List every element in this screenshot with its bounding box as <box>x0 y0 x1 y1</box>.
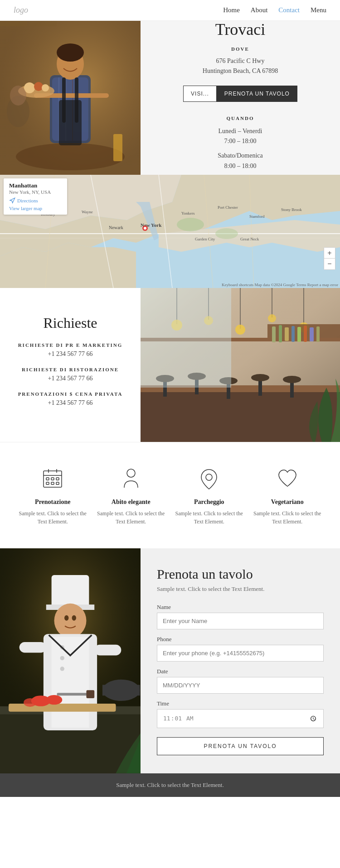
svg-rect-94 <box>51 482 54 484</box>
book-submit-button[interactable]: PRENOTA UN TAVOLO <box>157 737 324 755</box>
booking-title: Prenota un tavolo <box>157 566 324 582</box>
svg-rect-90 <box>46 478 49 480</box>
svg-point-37 <box>215 228 238 239</box>
zoom-out-button[interactable]: − <box>324 259 335 269</box>
svg-rect-84 <box>316 326 320 342</box>
nav-menu[interactable]: Menu <box>311 6 326 14</box>
svg-point-110 <box>60 656 64 660</box>
request-ristorazione: RICHIESTE DI RISTORAZIONE +1 234 567 77 … <box>22 367 119 382</box>
footer-text: Sample text. Click to select the Text El… <box>8 782 332 789</box>
nav-home[interactable]: Home <box>223 6 240 14</box>
map-attribution: Keyboard shortcuts Map data ©2024 Google… <box>222 283 338 287</box>
svg-rect-20 <box>113 134 122 161</box>
svg-text:Wayne: Wayne <box>82 210 93 214</box>
svg-text:Port Chester: Port Chester <box>218 205 238 210</box>
date-label: Date <box>157 668 324 675</box>
svg-text:Stamford: Stamford <box>249 214 265 219</box>
svg-point-117 <box>24 698 36 707</box>
feature-parcheggio-desc: Sample text. Click to select the Text El… <box>173 509 245 526</box>
svg-point-74 <box>283 376 301 383</box>
navbar: logo Home About Contact Menu <box>0 0 340 21</box>
view-larger-link[interactable]: View larger map <box>9 206 62 211</box>
feature-vegetariano-title: Vegetariano <box>271 499 304 506</box>
svg-rect-78 <box>279 325 282 342</box>
weekday-hours: Lunedì – Venerdì 7:00 – 18:00 <box>218 126 263 147</box>
feature-prenotazione-desc: Sample text. Click to select the Text El… <box>16 509 89 526</box>
svg-point-72 <box>251 374 269 381</box>
feature-parcheggio: Parcheggio Sample text. Click to select … <box>173 465 245 526</box>
svg-text:Garden City: Garden City <box>195 237 215 241</box>
time-label: Time <box>157 700 324 707</box>
svg-rect-113 <box>94 645 121 656</box>
booking-section: Prenota un tavolo Sample text. Click to … <box>0 548 340 773</box>
svg-point-96 <box>127 469 135 477</box>
feature-prenotazione: Prenotazione Sample text. Click to selec… <box>16 465 89 526</box>
svg-point-106 <box>72 615 76 621</box>
svg-rect-4 <box>29 21 57 26</box>
richieste-image <box>141 288 340 442</box>
request-pr: RICHIESTE DI PR E MARKETING +1 234 567 7… <box>18 342 123 358</box>
name-label: Name <box>157 604 324 611</box>
hero-image <box>0 21 141 175</box>
svg-point-116 <box>46 695 62 705</box>
svg-point-97 <box>206 474 212 480</box>
name-input[interactable] <box>157 613 324 629</box>
svg-rect-79 <box>285 327 289 341</box>
svg-point-104 <box>54 604 87 638</box>
svg-point-36 <box>177 218 204 231</box>
svg-point-15 <box>34 82 43 91</box>
svg-rect-108 <box>52 637 89 728</box>
svg-rect-92 <box>56 478 59 480</box>
map-zoom: + − <box>324 247 335 270</box>
hero-address: 676 Pacific C Hwy Huntington Beach, CA 6… <box>203 56 278 77</box>
svg-text:Stony Brook: Stony Brook <box>281 207 302 212</box>
visit-button[interactable]: VISI... <box>183 86 217 102</box>
phone-field-group: Phone <box>157 636 324 662</box>
time-input[interactable] <box>157 709 324 728</box>
nav-links: Home About Contact Menu <box>223 6 326 14</box>
name-field-group: Name <box>157 604 324 629</box>
svg-rect-18 <box>62 77 66 123</box>
svg-rect-118 <box>57 693 89 695</box>
feature-abito-title: Abito elegante <box>112 499 151 506</box>
feature-abito: Abito elegante Sample text. Click to sel… <box>95 465 167 526</box>
book-table-button[interactable]: PRENOTA UN TAVOLO <box>217 86 297 102</box>
date-input[interactable] <box>157 677 324 694</box>
hero-btn-row: VISI... PRENOTA UN TAVOLO <box>183 86 297 102</box>
svg-rect-81 <box>297 327 301 342</box>
svg-rect-112 <box>19 642 46 653</box>
heart-icon <box>274 465 301 492</box>
feature-prenotazione-title: Prenotazione <box>35 499 70 506</box>
svg-rect-85 <box>141 288 231 388</box>
zoom-in-button[interactable]: + <box>324 248 335 259</box>
feature-abito-desc: Sample text. Click to select the Text El… <box>95 509 167 526</box>
svg-point-60 <box>268 314 276 322</box>
feature-parcheggio-title: Parcheggio <box>194 499 224 506</box>
weekend-hours: Sabato/Domenica 8:00 – 18:00 <box>218 151 263 171</box>
booking-form: Prenota un tavolo Sample text. Click to … <box>141 548 340 773</box>
svg-rect-77 <box>272 326 276 342</box>
svg-point-16 <box>42 84 49 91</box>
richieste-section: Richieste RICHIESTE DI PR E MARKETING +1… <box>0 288 340 442</box>
hours-section: QUANDO Lunedì – Venerdì 7:00 – 18:00 Sab… <box>218 115 263 176</box>
nav-contact[interactable]: Contact <box>278 6 300 14</box>
svg-marker-27 <box>0 243 136 288</box>
date-field-group: Date <box>157 668 324 694</box>
phone-input[interactable] <box>157 645 324 662</box>
map-overlay: Manhattan New York, NY, USA Directions V… <box>4 178 67 215</box>
svg-point-22 <box>10 86 26 106</box>
svg-rect-19 <box>75 77 78 123</box>
svg-point-14 <box>24 82 35 93</box>
dove-label: DOVE <box>231 46 249 52</box>
map-section: New York Newark Wayne Roxbury Yonkers Po… <box>0 175 340 288</box>
phone-label: Phone <box>157 636 324 643</box>
svg-rect-119 <box>86 690 94 698</box>
hero-info: Trovaci DOVE 676 Pacific C Hwy Huntingto… <box>141 21 340 175</box>
svg-text:Yonkers: Yonkers <box>181 211 195 216</box>
richieste-title: Richieste <box>43 315 97 331</box>
svg-marker-50 <box>10 198 15 203</box>
directions-button[interactable]: Directions <box>9 197 62 204</box>
svg-rect-83 <box>310 327 314 341</box>
nav-about[interactable]: About <box>251 6 268 14</box>
svg-rect-82 <box>304 326 307 342</box>
